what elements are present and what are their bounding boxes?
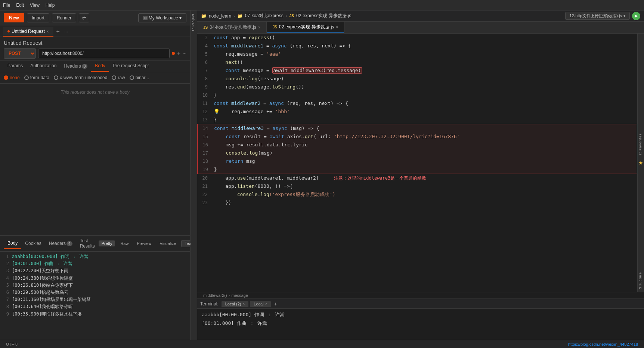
line-number: 21	[197, 182, 212, 190]
res-tab-headers[interactable]: Headers 4	[45, 238, 76, 249]
tab-prerequest[interactable]: Pre-request Script	[109, 60, 153, 72]
tab-close-icon[interactable]: ×	[47, 29, 49, 34]
code-line: 10}	[197, 91, 637, 99]
body-type-binary[interactable]: binar...	[130, 75, 149, 80]
terminal-tab-1[interactable]: Local ×	[250, 301, 271, 307]
line-number: 9	[197, 83, 212, 91]
term-tab-0-close-icon[interactable]: ×	[242, 302, 245, 306]
term-tab-1-close-icon[interactable]: ×	[265, 302, 267, 306]
side-project-label[interactable]: 1: Project	[191, 10, 197, 34]
body-type-urlencoded[interactable]: x-www-form-urlencoded	[54, 75, 107, 80]
favorites-star-icon[interactable]: ★	[638, 158, 644, 167]
tab-0-close-icon[interactable]: ×	[258, 25, 260, 29]
tab-1-close-icon[interactable]: ×	[336, 25, 338, 29]
editor-tab-0[interactable]: JS 04-koa实现-异步数据.js ×	[197, 22, 267, 33]
tab-add-icon[interactable]: +	[55, 28, 61, 35]
status-encoding: UTF-8	[3, 342, 21, 347]
line-number: 15	[198, 133, 213, 141]
runner-button[interactable]: Runner	[52, 13, 76, 22]
line-number: 23	[197, 199, 212, 207]
line-number: 4	[197, 42, 212, 50]
line-content: }	[212, 116, 637, 124]
body-type-none[interactable]: none	[4, 75, 20, 80]
res-headers-badge: 4	[66, 241, 72, 246]
line-number: 3	[197, 34, 212, 42]
raw-btn[interactable]: Raw	[117, 240, 131, 246]
switch-button[interactable]: ⇄	[79, 13, 89, 22]
line-number: 19	[198, 165, 213, 174]
breadcrumb-sep2: ›	[286, 13, 287, 19]
line-number: 8	[197, 75, 212, 83]
tab-params[interactable]: Params	[4, 60, 27, 72]
code-line: 9 res.end(message.toString())	[197, 83, 637, 91]
tab-authorization[interactable]: Authorization	[27, 60, 60, 72]
res-tab-tests[interactable]: Test Results	[76, 236, 99, 251]
method-select[interactable]: POST GET PUT DELETE	[4, 48, 36, 59]
file-dropdown[interactable]: 12-http文件上传(正确做法).js ▾	[565, 12, 630, 20]
workspace-label: My Workspace	[149, 15, 178, 21]
code-line: 14const middleware3 = async (msg) => {	[197, 124, 637, 133]
menu-help[interactable]: Help	[46, 3, 55, 8]
terminal-add-icon[interactable]: +	[272, 301, 278, 307]
menu-file[interactable]: File	[3, 3, 10, 8]
line-number: 10	[197, 91, 212, 99]
code-breadcrumb-sep: ›	[229, 293, 230, 298]
breadcrumb-sep1: ›	[233, 13, 235, 19]
line-number: 5	[197, 50, 212, 58]
headers-badge: 8	[82, 64, 88, 69]
url-more-icon[interactable]: ···	[183, 51, 186, 56]
line-number: 17	[198, 149, 213, 157]
terminal-tab-0[interactable]: Local (2) ×	[222, 301, 249, 307]
code-line: 16 msg += result.data.lrc.lyric	[197, 141, 637, 149]
code-line: 21 app.listen(8000, () =>{	[197, 182, 637, 190]
terminal-line-1: [00:01.000] 作曲 ： 许嵩	[202, 319, 640, 327]
code-line: 23 })	[197, 199, 637, 207]
workspace-button[interactable]: ⊞ My Workspace ▾	[138, 13, 186, 22]
workspace-arrow: ▾	[179, 15, 182, 21]
new-button[interactable]: New	[4, 13, 24, 22]
js-icon-0: JS	[203, 25, 208, 29]
headers-label: Headers	[64, 63, 81, 69]
line-number: 6	[197, 58, 212, 66]
code-line: 22 console.log('express服务器启动成功')	[197, 190, 637, 199]
url-input[interactable]	[38, 49, 170, 58]
pretty-btn[interactable]: Pretty	[99, 240, 115, 246]
code-line: 6 next()	[197, 58, 637, 66]
body-type-raw[interactable]: raw	[112, 75, 125, 80]
line-content: res.end(message.toString())	[212, 83, 637, 91]
visualize-btn[interactable]: Visualize	[157, 240, 179, 246]
code-line: 19}	[197, 165, 637, 174]
line-number: 7	[197, 66, 212, 75]
line-content: const middleware3 = async (msg) => {	[213, 124, 637, 133]
side-structure-label[interactable]: Structure	[638, 167, 644, 292]
run-button[interactable]: ▶	[632, 12, 640, 20]
line-content: const app = express()	[212, 34, 637, 42]
code-line: 17 console.log(msg)	[197, 149, 637, 157]
dropdown-arrow-icon: ▾	[623, 13, 626, 18]
tab-headers[interactable]: Headers 8	[60, 60, 91, 72]
preview-btn[interactable]: Preview	[134, 240, 154, 246]
menu-edit[interactable]: Edit	[16, 3, 24, 8]
request-tab[interactable]: Untitled Request ×	[3, 27, 53, 37]
res-tab-body[interactable]: Body	[4, 238, 21, 249]
side-favorites-label[interactable]: 2: Favorites	[638, 34, 644, 158]
line-content: }	[212, 91, 637, 99]
editor-tab-1[interactable]: JS 02-express实现-异步数据.js ×	[267, 22, 344, 33]
breadcrumb-folder2: 07-koa对比express	[245, 13, 284, 19]
request-title: Untitled Request	[4, 40, 186, 46]
response-line: 3[00:22.240]天空好想下雨	[3, 267, 187, 274]
status-url[interactable]: https://blog.csdn.net/weixin_44827418	[565, 342, 641, 347]
body-type-formdata[interactable]: form-data	[24, 75, 49, 80]
response-line: 1aaabbb[00:00.000] 作词 ： 许嵩	[3, 253, 187, 260]
res-tab-cookies[interactable]: Cookies	[21, 238, 45, 249]
code-line: 3const app = express()	[197, 34, 637, 42]
response-line: 9[00:35.900]哪怕好多益水往下淋	[3, 311, 187, 318]
url-indicator	[172, 52, 175, 55]
tab-body[interactable]: Body	[91, 60, 109, 72]
response-line: 8[00:33.640]我会唱歌给你听	[3, 303, 187, 310]
menu-view[interactable]: View	[30, 3, 40, 8]
import-button[interactable]: Import	[27, 13, 49, 22]
url-add-icon[interactable]: +	[177, 50, 180, 57]
tab-more-icon[interactable]: ···	[63, 29, 69, 34]
code-line: 11const middlewar2 = async (req, res, ne…	[197, 99, 637, 108]
